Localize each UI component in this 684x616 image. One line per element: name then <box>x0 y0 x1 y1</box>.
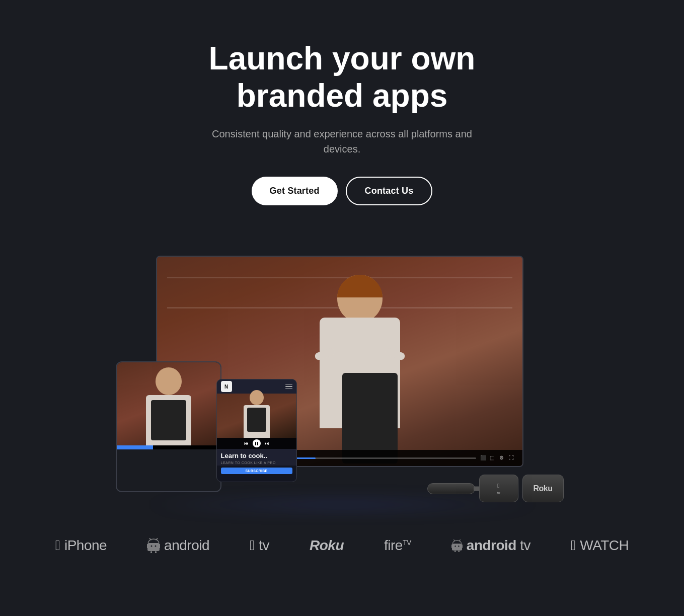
ham-line-1 <box>285 384 292 386</box>
player-title: Learn to cook.. <box>221 452 292 460</box>
chef-head <box>337 275 383 323</box>
apple-logo-iphone:  <box>55 537 60 554</box>
svg-rect-3 <box>150 551 152 553</box>
svg-rect-10 <box>451 545 452 548</box>
chef-figure-main <box>310 275 410 451</box>
streaming-devices-row:  tv Roku <box>427 475 564 502</box>
tablet-device <box>116 361 221 492</box>
android-logo-icon <box>147 538 160 553</box>
cta-buttons: Get Started Contact Us <box>252 177 433 205</box>
platform-iphone:  iPhone <box>55 537 107 554</box>
tablet-video-area <box>117 362 220 445</box>
platforms-section:  iPhone android  tv Roku <box>0 507 684 574</box>
player-widget: N ⏮ <box>216 379 297 482</box>
svg-rect-4 <box>155 551 157 553</box>
roku-label: Roku <box>534 484 553 493</box>
svg-rect-2 <box>159 544 160 548</box>
tv-airplay-icon[interactable]: ⬚ <box>490 455 496 461</box>
platform-androidtv: android tv <box>451 537 530 554</box>
player-subtitle: LEARN TO COOK LIKE A PRO <box>221 461 292 465</box>
fire-tv-stick <box>427 483 475 494</box>
player-widget-logo: N <box>221 381 232 392</box>
chef-body-main <box>310 275 410 451</box>
player-chef-apron <box>247 408 266 432</box>
apple-tv-label: tv <box>497 491 500 495</box>
tv-settings-icon[interactable]: ⚙ <box>499 455 506 461</box>
chef-arm-left <box>314 347 335 361</box>
pause-bar-right <box>257 442 258 445</box>
hdmi-plug <box>474 486 480 491</box>
player-chef-shirt <box>244 405 270 438</box>
tablet-progress-fill <box>117 445 153 449</box>
android-tv-logo-icon <box>451 540 463 552</box>
platform-android: android <box>147 537 209 554</box>
chef-arms <box>315 335 405 375</box>
hamburger-menu-icon[interactable] <box>285 384 292 389</box>
platform-watch-label: WATCH <box>580 537 629 554</box>
tv-control-icons: ⬛ ⬚ ⚙ ⛶ <box>480 455 515 461</box>
apple-logo-appletv:  <box>250 537 255 554</box>
svg-rect-11 <box>462 545 463 548</box>
apple-logo-watch:  <box>571 537 576 554</box>
platform-appletv-label: tv <box>259 537 269 554</box>
chef-arm-right <box>384 347 406 361</box>
platform-android-label: android <box>164 537 209 554</box>
svg-rect-0 <box>147 543 160 551</box>
platform-appletv:  tv <box>250 537 269 554</box>
contact-us-button[interactable]: Contact Us <box>346 177 433 205</box>
svg-point-5 <box>151 546 153 547</box>
player-prev-icon[interactable]: ⏮ <box>244 441 249 446</box>
tablet-progress-bar[interactable] <box>117 445 220 449</box>
apple-tv-box:  tv <box>479 475 518 502</box>
player-widget-video <box>217 394 296 438</box>
get-started-button[interactable]: Get Started <box>252 177 338 205</box>
player-chef-mini <box>244 390 270 438</box>
hero-title: Launch your own branded apps <box>166 40 518 114</box>
player-next-icon[interactable]: ⏭ <box>265 441 269 446</box>
hero-subtitle: Consistent quality and experience across… <box>201 126 483 157</box>
svg-point-6 <box>155 546 157 547</box>
svg-rect-9 <box>452 544 462 550</box>
tv-cc-icon[interactable]: ⬛ <box>480 455 487 461</box>
svg-rect-12 <box>454 550 456 552</box>
subscribe-button[interactable]: SUBSCRIBE <box>221 468 292 474</box>
svg-point-15 <box>458 546 460 547</box>
platform-firetv-label: fireTV <box>384 537 411 554</box>
apple-tv-apple-icon:  <box>497 482 499 489</box>
svg-point-14 <box>454 546 456 547</box>
tablet-chef-head <box>156 367 182 395</box>
ham-line-3 <box>285 388 292 389</box>
tablet-chef-figure <box>146 367 191 445</box>
platform-applewatch:  WATCH <box>571 537 629 554</box>
tv-fullscreen-icon[interactable]: ⛶ <box>509 455 515 461</box>
pause-bar-left <box>255 442 256 445</box>
svg-rect-1 <box>147 544 148 548</box>
platform-roku-label: Roku <box>310 537 344 554</box>
platform-firetv: fireTV <box>384 537 411 554</box>
roku-box: Roku <box>522 475 564 502</box>
svg-rect-13 <box>458 550 460 552</box>
tablet-chef-shirt <box>146 395 191 445</box>
player-chef-head <box>250 390 264 405</box>
platform-androidtv-label: android tv <box>467 537 530 554</box>
pause-icon <box>255 442 258 445</box>
ham-line-2 <box>285 386 292 387</box>
chef-hair <box>337 275 383 297</box>
player-controls[interactable]: ⏮ ⏭ <box>217 438 296 449</box>
platform-iphone-label: iPhone <box>64 537 107 554</box>
device-showcase: ▶ ⏮ 26:30 / 1:00:30 ⬛ ⬚ ⚙ ⛶ <box>116 256 569 507</box>
platform-roku: Roku <box>310 537 344 554</box>
player-pause-button[interactable] <box>253 439 261 447</box>
player-info: Learn to cook.. LEARN TO COOK LIKE A PRO <box>217 449 296 466</box>
page-wrapper: Launch your own branded apps Consistent … <box>0 0 684 616</box>
tablet-chef-apron <box>151 400 186 440</box>
hero-section: Launch your own branded apps Consistent … <box>0 0 684 256</box>
